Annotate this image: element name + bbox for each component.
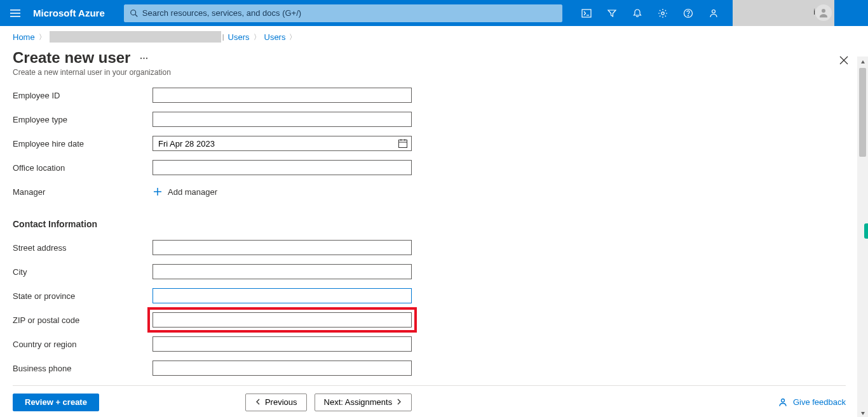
breadcrumb-users-2[interactable]: Users — [264, 32, 286, 42]
business-phone-field[interactable] — [153, 361, 412, 376]
employee-id-field[interactable] — [153, 88, 412, 103]
filter-icon[interactable] — [599, 0, 625, 26]
wizard-footer: Review + create Previous Next: Assignmen… — [13, 385, 846, 417]
svg-point-3 — [131, 10, 136, 15]
page-title: Create new user — [13, 49, 130, 67]
chevron-left-icon — [255, 397, 261, 407]
gear-icon[interactable] — [650, 0, 675, 26]
plus-icon — [153, 187, 163, 197]
top-bar: Microsoft Azure i — [0, 0, 868, 26]
employee-id-label: Employee ID — [13, 91, 153, 100]
country-label: Country or region — [13, 340, 153, 349]
feedback-person-icon — [778, 397, 788, 407]
business-phone-label: Business phone — [13, 364, 153, 373]
svg-line-4 — [135, 14, 138, 17]
search-input[interactable] — [142, 8, 557, 18]
svg-point-8 — [661, 11, 664, 14]
brand-label[interactable]: Microsoft Azure — [31, 8, 118, 18]
svg-rect-0 — [10, 10, 20, 11]
create-user-form: Employee ID Employee type Employee hire … — [13, 83, 855, 380]
next-button[interactable]: Next: Assignments — [315, 394, 412, 411]
help-icon[interactable] — [675, 0, 701, 26]
svg-rect-15 — [399, 140, 407, 148]
breadcrumb-home[interactable]: Home — [13, 32, 35, 42]
scroll-thumb[interactable] — [859, 68, 866, 157]
page-subtitle: Create a new internal user in your organ… — [13, 68, 855, 77]
add-manager-button[interactable]: Add manager — [153, 180, 217, 204]
side-nub[interactable] — [864, 223, 868, 239]
close-icon[interactable] — [837, 54, 850, 67]
employee-type-field[interactable] — [153, 112, 412, 127]
manager-label: Manager — [13, 187, 153, 197]
zip-highlight — [153, 312, 412, 328]
svg-point-24 — [781, 399, 784, 402]
hire-date-field[interactable] — [153, 136, 412, 151]
street-field[interactable] — [153, 240, 412, 255]
contact-section-heading: Contact Information — [13, 219, 855, 229]
menu-icon[interactable] — [0, 0, 31, 26]
svg-marker-26 — [861, 412, 865, 415]
zip-field[interactable] — [153, 312, 412, 328]
add-manager-label: Add manager — [168, 187, 217, 197]
state-field[interactable] — [153, 288, 412, 303]
give-feedback-link[interactable]: Give feedback — [778, 397, 846, 407]
svg-point-10 — [688, 15, 688, 16]
svg-point-11 — [712, 10, 715, 13]
city-field[interactable] — [153, 264, 412, 279]
notifications-icon[interactable] — [625, 0, 650, 26]
svg-rect-5 — [582, 10, 591, 17]
breadcrumb: Home 〉 | Users 〉 Users 〉 — [0, 26, 868, 48]
page-body: Create new user … Create a new internal … — [0, 49, 868, 417]
avatar[interactable] — [815, 4, 832, 21]
more-icon[interactable]: … — [139, 51, 149, 65]
give-feedback-label: Give feedback — [793, 397, 846, 407]
top-icon-bar — [574, 0, 726, 26]
chevron-right-icon: 〉 — [254, 32, 261, 42]
feedback-icon[interactable] — [701, 0, 726, 26]
city-label: City — [13, 267, 153, 277]
breadcrumb-users-1[interactable]: Users — [228, 32, 250, 42]
svg-rect-2 — [10, 16, 20, 17]
svg-marker-25 — [861, 60, 865, 63]
previous-label: Previous — [265, 397, 297, 407]
previous-button[interactable]: Previous — [245, 394, 307, 411]
chevron-right-icon: 〉 — [289, 32, 296, 42]
scroll-up-icon[interactable] — [857, 56, 868, 67]
office-location-label: Office location — [13, 163, 153, 173]
scroll-down-icon[interactable] — [857, 407, 868, 417]
hire-date-label: Employee hire date — [13, 139, 153, 149]
office-location-field[interactable] — [153, 160, 412, 175]
search-box[interactable] — [124, 4, 562, 22]
employee-type-label: Employee type — [13, 115, 153, 124]
review-create-label: Review + create — [25, 397, 87, 407]
breadcrumb-redacted[interactable] — [50, 31, 221, 43]
breadcrumb-bar: | — [222, 33, 224, 41]
global-search — [124, 4, 562, 22]
chevron-right-icon — [396, 397, 402, 407]
country-field[interactable] — [153, 336, 412, 352]
svg-point-12 — [822, 9, 825, 13]
account-block[interactable]: i — [733, 0, 834, 26]
svg-rect-1 — [10, 13, 20, 14]
search-icon — [130, 9, 139, 18]
zip-label: ZIP or postal code — [13, 315, 153, 325]
state-label: State or province — [13, 291, 153, 301]
next-label: Next: Assignments — [324, 397, 393, 407]
calendar-icon[interactable] — [398, 138, 408, 149]
cloud-shell-icon[interactable] — [574, 0, 599, 26]
svg-marker-7 — [608, 10, 616, 17]
street-label: Street address — [13, 243, 153, 253]
review-create-button[interactable]: Review + create — [13, 394, 99, 411]
chevron-right-icon: 〉 — [39, 32, 46, 42]
